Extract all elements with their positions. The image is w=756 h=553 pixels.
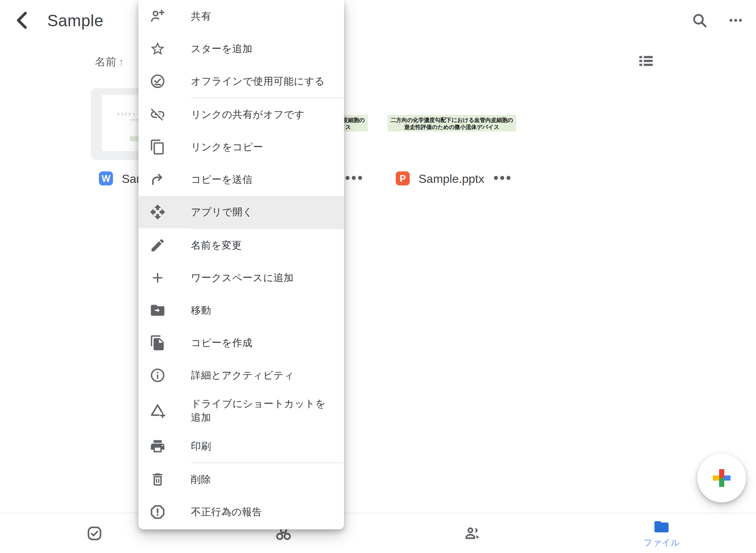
file-copy-icon [150, 335, 166, 351]
drive-folder-screen: Sample 名前 ↑ スライド 1 [0, 0, 756, 553]
list-view-icon [639, 55, 653, 68]
menu-item-label: ドライブにショートカットを追加 [191, 397, 328, 424]
menu-item-add-star[interactable]: スターを追加 [138, 33, 344, 65]
menu-item-add-shortcut-to-drive[interactable]: ドライブにショートカットを追加 [138, 392, 344, 430]
menu-item-delete[interactable]: 削除 [138, 463, 344, 496]
menu-item-send-copy[interactable]: コピーを送信 [138, 163, 344, 196]
three-dots-icon [728, 12, 744, 30]
chevron-left-icon [14, 11, 30, 31]
menu-item-label: コピーを作成 [191, 336, 328, 350]
person-add-icon [150, 8, 166, 24]
create-new-fab[interactable] [697, 454, 746, 502]
menu-item-share[interactable]: 共有 [138, 0, 344, 33]
menu-item-label: オフラインで使用可能にする [191, 75, 328, 88]
open-with-icon [150, 204, 166, 220]
nav-item-priority[interactable] [58, 513, 131, 553]
menu-item-label: リンクの共有がオフです [191, 108, 328, 122]
slide-title-line: 二方向の化学濃度勾配下における血管内皮細胞の [388, 116, 516, 123]
word-file-badge: W [99, 171, 113, 185]
send-copy-arrow-icon [150, 171, 166, 188]
menu-item-label: 印刷 [191, 440, 328, 453]
copy-icon [150, 139, 166, 155]
menu-item-label: 共有 [191, 10, 328, 23]
menu-item-details-and-activity[interactable]: 詳細とアクティビティ [138, 359, 344, 392]
menu-item-label: スターを追加 [191, 42, 328, 56]
file-card-sample-pptx[interactable]: 二方向の化学濃度勾配下における血管内皮細胞の 遊走性評価のための微小流体デバイス… [388, 88, 516, 160]
menu-item-label: 名前を変更 [191, 239, 328, 252]
menu-item-copy-link[interactable]: リンクをコピー [138, 131, 344, 163]
file-context-menu: 共有 スターを追加 オフラインで使用可能にする リンクの共有がオフです [138, 0, 344, 529]
menu-item-make-a-copy[interactable]: コピーを作成 [138, 327, 344, 359]
overflow-menu-button[interactable] [723, 8, 749, 34]
info-icon [150, 367, 166, 383]
nav-item-files[interactable]: ファイル [625, 513, 698, 553]
offline-pin-icon [150, 73, 166, 89]
thumbnail-tiny-text: スライド 1 [117, 112, 135, 117]
menu-item-move[interactable]: 移動 [138, 294, 344, 327]
search-button[interactable] [687, 8, 712, 34]
people-icon [464, 525, 481, 542]
report-octagon-icon [150, 504, 166, 520]
nav-item-shared[interactable] [436, 513, 509, 553]
menu-item-label: 詳細とアクティビティ [191, 369, 328, 382]
back-button[interactable] [11, 10, 33, 33]
slide-title-line: 遊走性評価のための微小流体デバイス [388, 123, 516, 130]
bottom-navigation-bar: ファイル [0, 513, 756, 553]
folder-icon [653, 518, 670, 535]
menu-item-label: ワークスペースに追加 [191, 271, 328, 285]
page-title: Sample [47, 11, 103, 30]
pencil-icon [150, 237, 166, 253]
menu-item-label: 不正行為の報告 [191, 505, 328, 519]
menu-item-rename[interactable]: 名前を変更 [138, 229, 344, 262]
plus-icon [150, 270, 166, 286]
search-icon [691, 12, 708, 30]
menu-item-print[interactable]: 印刷 [138, 430, 344, 462]
sort-label: 名前 [95, 55, 116, 69]
menu-item-label: リンクをコピー [191, 140, 328, 154]
menu-item-report-abuse[interactable]: 不正行為の報告 [138, 496, 344, 528]
file-more-button[interactable] [494, 176, 511, 180]
list-view-toggle-button[interactable] [637, 54, 655, 70]
nav-item-label: ファイル [643, 537, 680, 549]
powerpoint-file-badge: P [396, 171, 410, 185]
menu-item-link-sharing-off[interactable]: リンクの共有がオフです [138, 98, 344, 131]
check-rounded-square-icon [86, 525, 103, 542]
file-more-button[interactable] [346, 176, 362, 180]
menu-item-label: アプリで開く [191, 205, 328, 219]
menu-item-add-to-workspace[interactable]: ワークスペースに追加 [138, 262, 344, 294]
file-thumbnail[interactable]: 二方向の化学濃度勾配下における血管内皮細胞の 遊走性評価のための微小流体デバイス [388, 88, 516, 160]
trash-icon [150, 471, 166, 488]
slide-title-highlight: 二方向の化学濃度勾配下における血管内皮細胞の 遊走性評価のための微小流体デバイス [388, 115, 516, 132]
sort-ascending-arrow-icon: ↑ [118, 56, 124, 68]
link-off-icon [150, 106, 166, 123]
drive-shortcut-add-icon [150, 403, 166, 419]
sort-by-name-button[interactable]: 名前 ↑ [95, 55, 124, 69]
file-name-row: P Sample.pptx [388, 171, 516, 187]
menu-item-open-with-app[interactable]: アプリで開く [138, 196, 344, 228]
file-name: Sample.pptx [419, 172, 491, 186]
menu-item-label: コピーを送信 [191, 173, 328, 187]
thumbnail-green-chip [130, 136, 139, 141]
menu-item-label: 削除 [191, 473, 328, 487]
folder-move-icon [150, 302, 166, 318]
star-outline-icon [150, 41, 166, 57]
menu-item-make-available-offline[interactable]: オフラインで使用可能にする [138, 65, 344, 98]
google-plus-icon [713, 469, 731, 487]
menu-item-label: 移動 [191, 304, 328, 317]
printer-icon [150, 438, 166, 454]
